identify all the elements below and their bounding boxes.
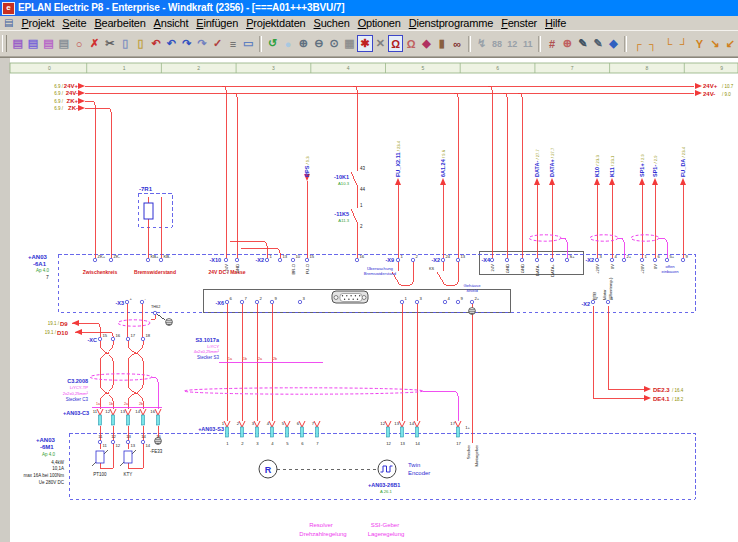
snap-button[interactable]: ✱ bbox=[357, 35, 372, 52]
schematic-canvas[interactable]: 0123456789RZK+ZK-KB+KB-113101516122413S+… bbox=[0, 57, 738, 542]
zoom-in-button[interactable]: ⊕ bbox=[296, 35, 311, 52]
new-project-button[interactable]: ▤ bbox=[10, 35, 25, 52]
svg-text:GND: GND bbox=[505, 264, 510, 273]
corner-tr-button[interactable]: ┐ bbox=[646, 35, 661, 52]
document-icon: ▤ bbox=[4, 16, 13, 30]
number-11-button[interactable]: 11 bbox=[520, 35, 535, 52]
svg-text:A10.3: A10.3 bbox=[338, 181, 350, 186]
svg-text:K10 / 23.3: K10 / 23.3 bbox=[594, 155, 600, 177]
svg-text:13: 13 bbox=[120, 409, 125, 414]
svg-text:2b: 2b bbox=[273, 357, 277, 361]
monitor-button[interactable]: ▭ bbox=[241, 35, 256, 52]
svg-text:-FE33: -FE33 bbox=[150, 449, 163, 454]
symbol-select-button[interactable]: Ω bbox=[388, 35, 403, 52]
svg-text:24V-: 24V- bbox=[703, 91, 715, 97]
zoom-out-button[interactable]: ⊖ bbox=[311, 35, 326, 52]
open-project-button[interactable]: ▤ bbox=[25, 35, 40, 52]
drawing-workspace[interactable]: 0123456789RZK+ZK-KB+KB-113101516122413S+… bbox=[0, 57, 738, 542]
delete-button[interactable]: ✗ bbox=[87, 35, 102, 52]
angle-up-button[interactable]: ↙ bbox=[722, 35, 737, 52]
zoom-fit-button[interactable]: ⊙ bbox=[326, 35, 341, 52]
pan-button[interactable]: ● bbox=[280, 35, 295, 52]
t-node-button[interactable]: Y bbox=[692, 35, 707, 52]
grid-button[interactable]: ▦ bbox=[342, 35, 357, 52]
menu-optionen[interactable]: Optionen bbox=[354, 16, 405, 30]
svg-text:19.1 /: 19.1 / bbox=[48, 321, 60, 326]
svg-text:0V: 0V bbox=[653, 264, 658, 269]
number-12-button[interactable]: 12 bbox=[505, 35, 520, 52]
svg-text:13: 13 bbox=[394, 421, 399, 426]
print-button[interactable]: ▤ bbox=[56, 35, 71, 52]
svg-text:11: 11 bbox=[93, 409, 98, 414]
check-button[interactable]: ✓ bbox=[210, 35, 225, 52]
svg-text:-X2: -X2 bbox=[431, 257, 440, 263]
search-binoculars-button[interactable]: ∞ bbox=[450, 35, 465, 52]
svg-text:Ap 4.0: Ap 4.0 bbox=[36, 268, 50, 273]
symbol-edit-button[interactable]: Ω bbox=[403, 35, 418, 52]
svg-text:44: 44 bbox=[360, 187, 366, 192]
svg-text:14: 14 bbox=[135, 409, 140, 414]
target-button[interactable]: ⊕ bbox=[560, 35, 575, 52]
svg-text:1a: 1a bbox=[228, 357, 232, 361]
svg-text:Shield: Shield bbox=[466, 288, 478, 293]
pen-2-button[interactable]: ✎ bbox=[590, 35, 605, 52]
connections-button[interactable]: ↯ bbox=[474, 35, 489, 52]
menu-projektdaten[interactable]: Projektdaten bbox=[242, 16, 309, 30]
menu-ansicht[interactable]: Ansicht bbox=[150, 16, 193, 30]
svg-text:6.9 /: 6.9 / bbox=[54, 106, 64, 111]
svg-text:16: 16 bbox=[116, 333, 121, 338]
svg-text:2+: 2+ bbox=[627, 254, 632, 259]
navigator-button[interactable]: ▮ bbox=[434, 35, 449, 52]
svg-text:12: 12 bbox=[111, 434, 116, 439]
svg-text:24V: 24V bbox=[490, 264, 495, 272]
svg-text:5+: 5+ bbox=[670, 254, 675, 259]
title-bar[interactable]: eEPLAN Electric P8 - Enterprise - Windkr… bbox=[0, 0, 738, 16]
project-import-button[interactable]: ▤ bbox=[41, 35, 56, 52]
svg-text:6.9 /: 6.9 / bbox=[54, 91, 64, 96]
pen-button[interactable]: ✎ bbox=[575, 35, 590, 52]
svg-text:1a: 1a bbox=[96, 402, 100, 406]
svg-text:-X6: -X6 bbox=[215, 300, 224, 306]
menu-projekt[interactable]: Projekt bbox=[17, 16, 58, 30]
corner-bl-button[interactable]: └ bbox=[661, 35, 676, 52]
redo-button[interactable]: ↷ bbox=[179, 35, 194, 52]
find-button[interactable]: ○ bbox=[71, 35, 86, 52]
corner-tl-button[interactable]: ┌ bbox=[630, 35, 645, 52]
svg-text:-X3: -X3 bbox=[115, 300, 124, 306]
svg-text:1: 1 bbox=[123, 65, 126, 71]
svg-text:12: 12 bbox=[105, 409, 110, 414]
svg-text:-X2: -X2 bbox=[585, 257, 594, 263]
copy-button[interactable]: ▯ bbox=[118, 35, 133, 52]
angle-down-button[interactable]: ↘ bbox=[707, 35, 722, 52]
svg-text:16: 16 bbox=[156, 434, 161, 439]
dsub-connector bbox=[332, 291, 368, 303]
menu-dienstprogramme[interactable]: Dienstprogramme bbox=[405, 16, 497, 30]
svg-text:ZK-: ZK- bbox=[114, 254, 121, 259]
menu-bar[interactable]: ▤ProjektSeiteBearbeitenAnsichtEinfügenPr… bbox=[0, 16, 738, 30]
svg-text:7: 7 bbox=[46, 274, 49, 280]
move-button[interactable]: ✕ bbox=[373, 35, 388, 52]
toolbar[interactable]: ▤▤▤▤○✗✂▯▯↶↶↷↷✓≡▭↺●⊕⊖⊙▦✱✕ΩΩ◆▮∞↯881211#⊕✎✎… bbox=[0, 30, 738, 57]
paste-button[interactable]: ▯ bbox=[133, 35, 148, 52]
menu-einfügen[interactable]: Einfügen bbox=[192, 16, 242, 30]
svg-text:2b: 2b bbox=[139, 402, 143, 406]
refresh-button[interactable]: ↺ bbox=[265, 35, 280, 52]
undo-red-button[interactable]: ↶ bbox=[148, 35, 163, 52]
redo-list-button[interactable]: ↷ bbox=[194, 35, 209, 52]
undo-button[interactable]: ↶ bbox=[164, 35, 179, 52]
menu-suchen[interactable]: Suchen bbox=[310, 16, 354, 30]
list-view-button[interactable]: ≡ bbox=[225, 35, 240, 52]
svg-text:4,4kW: 4,4kW bbox=[51, 460, 65, 465]
corner-br-button[interactable]: ┘ bbox=[676, 35, 691, 52]
svg-text:16: 16 bbox=[360, 254, 365, 259]
menu-hilfe[interactable]: Hilfe bbox=[541, 16, 570, 30]
menu-bearbeiten[interactable]: Bearbeiten bbox=[90, 16, 149, 30]
wire-grid-button[interactable]: # bbox=[544, 35, 559, 52]
cut-button[interactable]: ✂ bbox=[102, 35, 117, 52]
potential-button[interactable]: ◆ bbox=[606, 35, 621, 52]
svg-text:0V: 0V bbox=[610, 264, 615, 269]
device-button[interactable]: ◆ bbox=[419, 35, 434, 52]
number-81-button[interactable]: 88 bbox=[489, 35, 504, 52]
menu-fenster[interactable]: Fenster bbox=[497, 16, 541, 30]
menu-seite[interactable]: Seite bbox=[58, 16, 90, 30]
